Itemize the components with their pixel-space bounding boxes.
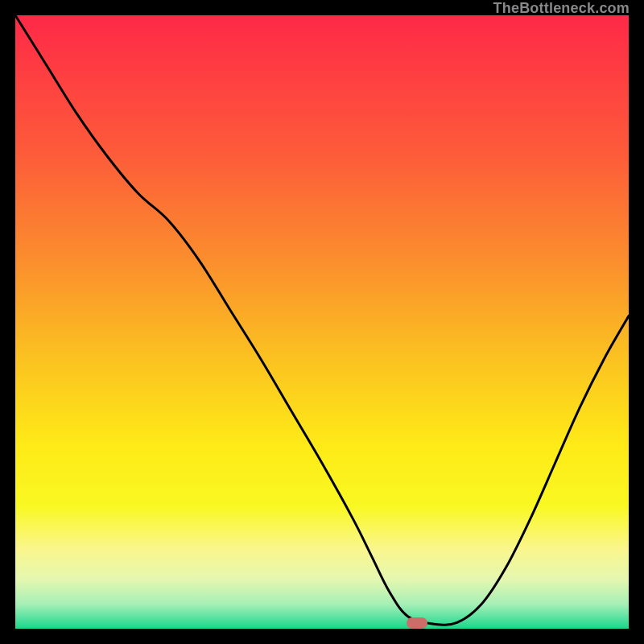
bottleneck-curve bbox=[15, 15, 629, 629]
plot-area bbox=[15, 15, 629, 629]
watermark-label: TheBottleneck.com bbox=[493, 0, 630, 17]
optimum-marker bbox=[407, 617, 427, 629]
chart-stage: TheBottleneck.com bbox=[0, 0, 644, 644]
